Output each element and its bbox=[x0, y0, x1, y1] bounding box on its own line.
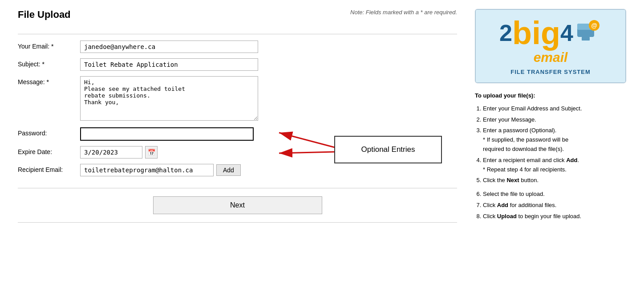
expire-date-field[interactable] bbox=[80, 146, 142, 159]
recipient-input-row: Add bbox=[80, 164, 258, 176]
instruction-step-7: Click Add for additional files. bbox=[483, 201, 626, 210]
note-text: Note: Fields marked with a * are require… bbox=[350, 9, 457, 16]
right-panel: 2 big 4 @ bbox=[475, 9, 626, 223]
instruction-step-4: Enter a recipient email and click Add. *… bbox=[483, 156, 626, 175]
expire-date-input-area: 📅 bbox=[80, 146, 258, 159]
instruction-step-5: Click the Next button. bbox=[483, 176, 626, 185]
svg-rect-4 bbox=[335, 136, 441, 163]
instruction-step-6: Select the file to upload. bbox=[483, 190, 626, 199]
expire-row: 📅 bbox=[80, 146, 258, 159]
instruction-note-1: * If supplied, the password will berequi… bbox=[483, 136, 568, 152]
email-input-area bbox=[80, 41, 258, 53]
password-expire-fields: Password: Expire Date: 📅 bbox=[18, 127, 270, 182]
recipient-email-field[interactable] bbox=[80, 164, 214, 176]
subject-field[interactable] bbox=[80, 58, 258, 71]
instruction-upload-bold: Upload bbox=[497, 213, 517, 220]
left-panel: File Upload Note: Fields marked with a *… bbox=[18, 9, 457, 229]
instructions-panel: To upload your file(s): Enter your Email… bbox=[475, 91, 626, 221]
email-field[interactable] bbox=[80, 41, 258, 53]
instruction-note-2: * Repeat step 4 for all recipients. bbox=[483, 166, 567, 173]
password-row: Password: bbox=[18, 127, 270, 141]
logo-2: 2 bbox=[499, 21, 512, 45]
recipient-input-area: Add bbox=[80, 164, 258, 176]
top-divider bbox=[18, 34, 457, 34]
message-input-area: Hi, Please see my attached toilet rebate… bbox=[80, 76, 258, 122]
instruction-step-8: Click Upload to begin your file upload. bbox=[483, 212, 626, 221]
add-recipient-button[interactable]: Add bbox=[216, 164, 241, 176]
recipient-row: Recipient Email: Add bbox=[18, 164, 270, 176]
logo-box: 2 big 4 @ bbox=[475, 9, 626, 83]
logo-graphic: 2 big 4 @ bbox=[483, 17, 618, 49]
svg-rect-10 bbox=[582, 37, 590, 41]
message-field[interactable]: Hi, Please see my attached toilet rebate… bbox=[80, 76, 258, 121]
expire-date-label: Expire Date: bbox=[18, 146, 80, 155]
main-layout: File Upload Note: Fields marked with a *… bbox=[18, 9, 626, 229]
page-title: File Upload bbox=[18, 9, 71, 20]
bottom-divider bbox=[18, 188, 457, 188]
svg-text:Optional Entries: Optional Entries bbox=[361, 145, 415, 154]
subject-label: Subject: * bbox=[18, 58, 80, 68]
next-button[interactable]: Next bbox=[153, 196, 322, 214]
logo-inner: 2 big 4 @ bbox=[476, 10, 625, 82]
instruction-add-bold-2: Add bbox=[497, 202, 508, 208]
svg-line-3 bbox=[279, 152, 335, 153]
arrows-svg: Optional Entries bbox=[270, 123, 457, 181]
instruction-step-1: Enter your Email Address and Subject. bbox=[483, 104, 626, 114]
logo-4: 4 bbox=[560, 21, 573, 45]
recipient-label: Recipient Email: bbox=[18, 164, 80, 173]
instructions-list-2: Select the file to upload. Click Add for… bbox=[475, 190, 626, 221]
email-row: Your Email: * bbox=[18, 41, 457, 53]
next-button-container: Next bbox=[18, 196, 457, 214]
instruction-step-2: Enter your Message. bbox=[483, 115, 626, 125]
top-row: File Upload Note: Fields marked with a *… bbox=[18, 9, 457, 28]
password-label: Password: bbox=[18, 127, 80, 137]
instruction-add-bold: Add bbox=[566, 157, 577, 163]
logo-big: big bbox=[512, 17, 560, 49]
message-label: Message: * bbox=[18, 76, 80, 85]
message-row: Message: * Hi, Please see my attached to… bbox=[18, 76, 457, 122]
svg-text:@: @ bbox=[591, 22, 597, 29]
instructions-header: To upload your file(s): bbox=[475, 92, 535, 99]
logo-title: FILE TRANSFER SYSTEM bbox=[483, 69, 618, 75]
subject-row: Subject: * bbox=[18, 58, 457, 71]
logo-email-label: email bbox=[534, 50, 568, 65]
mailbox-icon: @ bbox=[575, 19, 602, 44]
password-input-area bbox=[80, 127, 258, 141]
calendar-button[interactable]: 📅 bbox=[145, 146, 158, 159]
email-label: Your Email: * bbox=[18, 41, 80, 50]
expire-date-row: Expire Date: 📅 bbox=[18, 146, 270, 159]
logo-email-text: email bbox=[483, 50, 618, 65]
footer-divider bbox=[18, 222, 457, 223]
instructions-list: Enter your Email Address and Subject. En… bbox=[475, 104, 626, 185]
subject-input-area bbox=[80, 58, 258, 71]
instruction-step-3: Enter a password (Optional). * If suppli… bbox=[483, 126, 626, 154]
svg-line-2 bbox=[279, 133, 335, 147]
instruction-next-bold: Next bbox=[506, 177, 519, 183]
password-field[interactable] bbox=[80, 127, 254, 141]
optional-section: Password: Expire Date: 📅 bbox=[18, 127, 457, 182]
